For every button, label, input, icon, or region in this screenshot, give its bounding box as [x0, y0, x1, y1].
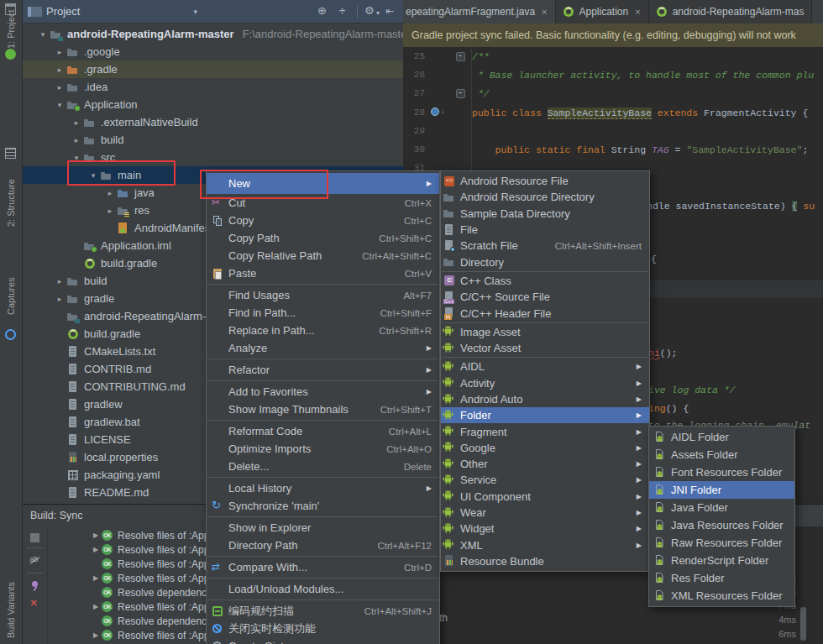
menu-item-c-c-source-file[interactable]: C/C++ Source File — [441, 289, 649, 305]
tool-button-project[interactable]: 1: Project — [0, 11, 22, 48]
tree-item-android-repeatingalarm-master[interactable]: ▾android-RepeatingAlarm-masterF:\android… — [23, 25, 403, 43]
menu-item-java-folder[interactable]: Java Folder — [649, 499, 794, 516]
menu-item-paste[interactable]: PasteCtrl+V — [207, 264, 439, 282]
menu-item-renderscript-folder[interactable]: RenderScript Folder — [649, 552, 794, 569]
tree-item-build[interactable]: ▸build — [23, 131, 403, 149]
tree-item-google[interactable]: ▸.google — [23, 43, 403, 60]
tree-expand-icon[interactable]: ▶ — [90, 631, 102, 639]
menu-item-add-to-favorites[interactable]: Add to Favorites▶ — [207, 383, 439, 401]
chevron-down-icon[interactable]: ▾ — [193, 8, 197, 16]
editor-tab-application[interactable]: Application× — [556, 0, 649, 24]
menu-item-copy[interactable]: CopyCtrl+C — [207, 212, 439, 229]
menu-item-copy-path[interactable]: Copy PathCtrl+Shift+C — [207, 229, 439, 247]
tree-expand-icon[interactable]: ▸ — [53, 48, 66, 56]
menu-item-fragment[interactable]: Fragment▶ — [441, 423, 649, 439]
menu-item-delete[interactable]: Delete...Delete — [207, 458, 439, 475]
tree-expand-icon[interactable]: ▸ — [53, 83, 66, 92]
menu-item-folder[interactable]: Folder▶ — [441, 407, 649, 423]
tree-item-externalnativebuild[interactable]: ▸.externalNativeBuild — [23, 113, 403, 131]
menu-item-resource-bundle[interactable]: Resource Bundle — [441, 553, 649, 569]
android-view-icon[interactable] — [5, 49, 16, 60]
editor-tab-android-repeatingalarm-mas[interactable]: android-RepeatingAlarm-mas — [649, 0, 813, 24]
menu-item-google[interactable]: Google▶ — [441, 440, 649, 456]
menu-item-android-auto[interactable]: Android Auto▶ — [441, 391, 649, 407]
menu-item-service[interactable]: Service▶ — [441, 472, 649, 488]
menu-item-load-unload-modules[interactable]: Load/Unload Modules... — [207, 580, 439, 598]
menu-item-ui-component[interactable]: UI Component▶ — [441, 489, 649, 505]
close-tab-icon[interactable]: × — [542, 7, 547, 17]
menu-item-aidl-folder[interactable]: AIDL Folder — [649, 428, 794, 446]
tree-expand-icon[interactable]: ▸ — [53, 295, 66, 303]
tree-expand-icon[interactable]: ▶ — [90, 531, 102, 539]
menu-item-cut[interactable]: CutCtrl+X — [207, 194, 439, 212]
close-icon[interactable] — [29, 598, 42, 611]
project-panel-header[interactable]: Project ▾ — [23, 0, 403, 24]
tree-item-gradle[interactable]: ▸.gradle — [23, 60, 403, 78]
tool-button-structure[interactable]: 2: Structure — [0, 160, 22, 247]
menu-item-item[interactable]: 编码规约扫描Ctrl+Alt+Shift+J — [207, 602, 439, 620]
menu-item-item[interactable]: 关闭实时检测功能 — [207, 620, 439, 637]
tree-item-idea[interactable]: ▸.idea — [23, 78, 403, 96]
tree-expand-icon[interactable]: ▸ — [53, 65, 66, 74]
menu-item-raw-resources-folder[interactable]: Raw Resources Folder — [649, 534, 794, 552]
menu-item-image-asset[interactable]: Image Asset — [441, 324, 649, 340]
menu-item-res-folder[interactable]: Res Folder — [649, 569, 794, 587]
menu-item-assets-folder[interactable]: Assets Folder — [649, 446, 794, 463]
tree-expand-icon[interactable]: ▾ — [36, 30, 50, 39]
menu-item-jni-folder[interactable]: JNI Folder — [649, 481, 794, 499]
menu-item-scratch-file[interactable]: Scratch FileCtrl+Alt+Shift+Insert — [441, 238, 649, 254]
menu-item-java-resources-folder[interactable]: Java Resources Folder — [649, 516, 794, 534]
close-tab-icon[interactable]: × — [635, 7, 640, 17]
locate-icon[interactable] — [317, 5, 330, 18]
pin-icon[interactable] — [29, 579, 42, 593]
tree-expand-icon[interactable]: ▸ — [53, 277, 66, 285]
tree-expand-icon[interactable]: ▶ — [90, 546, 102, 553]
tree-expand-icon[interactable]: ▶ — [90, 574, 102, 582]
menu-item-find-in-path[interactable]: Find in Path...Ctrl+Shift+F — [207, 304, 439, 322]
menu-item-local-history[interactable]: Local History▶ — [207, 479, 439, 497]
tree-expand-icon[interactable]: ▸ — [103, 189, 117, 197]
collapse-all-icon[interactable] — [337, 5, 350, 18]
menu-item-other[interactable]: Other▶ — [441, 456, 649, 472]
menu-item-c-c-header-file[interactable]: C/C++ Header File — [441, 305, 649, 321]
fold-marker[interactable] — [448, 52, 472, 61]
menu-item-reformat-code[interactable]: Reformat CodeCtrl+Alt+L — [207, 422, 439, 440]
menu-item-refactor[interactable]: Refactor▶ — [207, 361, 439, 379]
tree-expand-icon[interactable]: ▾ — [70, 154, 83, 162]
menu-item-xml[interactable]: XML▶ — [441, 537, 649, 553]
menu-item-android-resource-file[interactable]: Android Resource File — [441, 173, 649, 189]
hide-panel-icon[interactable] — [385, 5, 398, 18]
tool-button-captures[interactable]: Captures — [0, 269, 22, 324]
tool-button-build-variants[interactable]: Build Variants — [0, 578, 22, 641]
captures-icon[interactable] — [5, 329, 16, 340]
tree-expand-icon[interactable]: ▶ — [90, 603, 102, 610]
menu-item-create-gist[interactable]: Create Gist... — [207, 637, 439, 644]
tree-expand-icon[interactable]: ▸ — [103, 207, 117, 215]
menu-item-aidl[interactable]: AIDL▶ — [441, 359, 649, 374]
menu-item-optimize-imports[interactable]: Optimize ImportsCtrl+Alt+O — [207, 440, 439, 458]
menu-item-wear[interactable]: Wear▶ — [441, 505, 649, 521]
tree-expand-icon[interactable]: ▸ — [70, 118, 83, 127]
menu-item-file[interactable]: File — [441, 222, 649, 238]
menu-item-new[interactable]: New▶ — [207, 173, 439, 194]
tree-expand-icon[interactable]: ▾ — [53, 101, 66, 109]
tree-item-application[interactable]: ▾Application — [23, 96, 403, 113]
menu-item-show-in-explorer[interactable]: Show in Explorer — [207, 519, 439, 537]
scrollbar-thumb[interactable] — [800, 607, 806, 641]
menu-item-find-usages[interactable]: Find UsagesAlt+F7 — [207, 286, 439, 304]
gear-icon[interactable] — [364, 5, 378, 18]
stop-icon[interactable] — [30, 533, 39, 542]
menu-item-vector-asset[interactable]: Vector Asset — [441, 340, 649, 356]
menu-item-replace-in-path[interactable]: Replace in Path...Ctrl+Shift+R — [207, 322, 439, 339]
editor-tab-epeatingalarmfragment-java[interactable]: epeatingAlarmFragment.java× — [403, 0, 556, 24]
menu-item-analyze[interactable]: Analyze▶ — [207, 339, 439, 357]
menu-item-activity[interactable]: Activity▶ — [441, 375, 649, 391]
menu-item-show-image-thumbnails[interactable]: Show Image ThumbnailsCtrl+Shift+T — [207, 401, 439, 418]
menu-item-directory[interactable]: Directory — [441, 254, 649, 270]
tree-item-src[interactable]: ▾src — [23, 149, 403, 166]
menu-item-copy-relative-path[interactable]: Copy Relative PathCtrl+Alt+Shift+C — [207, 247, 439, 264]
menu-item-font-resources-folder[interactable]: Font Resources Folder — [649, 463, 794, 481]
overridden-marker-icon[interactable] — [430, 106, 443, 119]
menu-item-xml-resources-folder[interactable]: XML Resources Folder — [649, 587, 794, 605]
tree-expand-icon[interactable]: ▸ — [70, 136, 83, 144]
